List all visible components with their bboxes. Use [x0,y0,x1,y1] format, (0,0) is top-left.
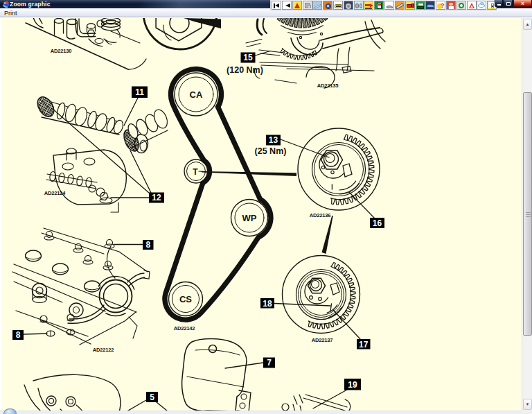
svg-text:19: 19 [348,380,357,390]
svg-text:15: 15 [243,53,253,62]
svg-text:(25 Nm): (25 Nm) [255,146,287,156]
svg-text:AD22135: AD22135 [317,83,339,89]
svg-text:T: T [193,167,198,177]
svg-text:CA: CA [190,89,203,100]
svg-text:AD22136: AD22136 [310,212,331,218]
svg-text:(120 Nm): (120 Nm) [227,65,263,75]
svg-text:7: 7 [267,358,272,368]
svg-text:8: 8 [145,240,150,250]
svg-text:AD22142: AD22142 [174,325,195,331]
svg-text:18: 18 [263,299,272,309]
svg-text:17: 17 [359,340,369,350]
svg-text:CS: CS [179,294,192,304]
svg-text:12: 12 [152,193,161,202]
svg-text:8: 8 [16,330,21,340]
svg-text:AD22124: AD22124 [44,190,66,196]
svg-text:AD22130: AD22130 [51,48,72,54]
svg-text:AD22137: AD22137 [312,337,333,343]
svg-text:16: 16 [373,218,382,228]
svg-text:13: 13 [269,135,278,145]
svg-text:11: 11 [135,87,144,97]
svg-text:AD22122: AD22122 [93,347,114,353]
svg-text:5: 5 [150,393,154,402]
svg-text:WP: WP [242,213,257,223]
